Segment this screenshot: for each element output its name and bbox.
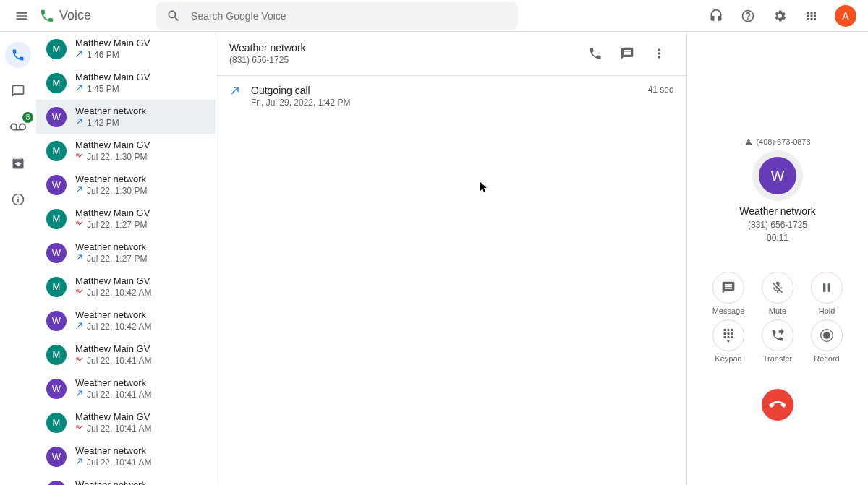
detail-pane: Weather network (831) 656-1725 Outgoing …	[216, 32, 687, 485]
nav-spam[interactable]	[5, 186, 31, 213]
nav-voicemail[interactable]: 8	[5, 114, 31, 140]
message-icon	[721, 280, 736, 295]
contact-name: Weather network	[75, 445, 151, 456]
contact-avatar: M	[46, 413, 67, 433]
contact-name: Matthew Main GV	[75, 38, 150, 48]
call-list-item[interactable]: WWeather networkJul 22, 10:41 AM	[36, 372, 216, 405]
call-contact-name: Weather network	[739, 205, 816, 217]
app-logo: Voice	[39, 8, 91, 24]
outgoing-arrow-icon	[75, 253, 84, 264]
call-list-item[interactable]: WWeather networkJul 22, 1:27 PM	[36, 236, 216, 270]
missed-arrow-icon	[75, 355, 84, 366]
gear-icon	[773, 9, 787, 23]
call-record-row[interactable]: Outgoing call Fri, Jul 29, 2022, 1:42 PM…	[229, 85, 673, 108]
call-duration: 41 sec	[648, 85, 673, 95]
call-list-item[interactable]: WWeather networkJul 22, 10:41 AM	[36, 439, 216, 473]
call-time: Jul 22, 1:30 PM	[87, 186, 147, 196]
info-icon	[11, 192, 25, 207]
call-avatar: W	[759, 157, 796, 194]
contact-avatar: M	[46, 277, 67, 297]
call-list-item[interactable]: MMatthew Main GVJul 22, 10:41 AM	[36, 338, 216, 372]
outgoing-arrow-icon	[75, 83, 84, 94]
contact-avatar: W	[46, 243, 67, 263]
user-avatar[interactable]: A	[835, 5, 856, 27]
search-bar[interactable]	[156, 2, 518, 30]
contact-name: Matthew Main GV	[75, 140, 150, 150]
person-icon	[744, 137, 753, 146]
help-icon	[741, 9, 755, 23]
hold-button[interactable]	[811, 272, 843, 304]
message-label: Message	[712, 306, 745, 315]
call-list-item[interactable]: WWeather networkJul 22, 10:41 AM	[36, 473, 216, 485]
more-vert-icon	[652, 46, 666, 61]
header-actions: A	[703, 3, 856, 29]
nav-calls[interactable]	[5, 42, 31, 68]
mute-button[interactable]	[762, 272, 793, 304]
message-button[interactable]	[712, 272, 744, 304]
search-icon	[166, 9, 181, 23]
call-list-item[interactable]: MMatthew Main GVJul 22, 1:30 PM	[36, 134, 216, 168]
call-list-item[interactable]: WWeather network1:42 PM	[36, 100, 216, 134]
contact-avatar: W	[46, 311, 67, 331]
call-list-item[interactable]: MMatthew Main GV1:45 PM	[36, 66, 216, 100]
hangup-button[interactable]	[762, 389, 793, 421]
call-timer: 00:11	[767, 233, 788, 243]
apps-button[interactable]	[799, 3, 825, 29]
contact-avatar: W	[46, 481, 67, 486]
outgoing-arrow-icon	[75, 117, 84, 128]
call-time: Jul 22, 10:41 AM	[87, 424, 151, 434]
contact-avatar: M	[46, 141, 67, 161]
record-button[interactable]	[811, 319, 843, 351]
call-time: 1:45 PM	[87, 84, 119, 94]
keypad-label: Keypad	[715, 354, 741, 363]
call-list-item[interactable]: MMatthew Main GVJul 22, 10:41 AM	[36, 405, 216, 439]
help-button[interactable]	[735, 3, 761, 29]
contact-name: Matthew Main GV	[75, 343, 151, 354]
call-time: 1:46 PM	[87, 50, 119, 60]
contact-avatar: W	[46, 107, 67, 127]
search-input[interactable]	[191, 10, 508, 22]
call-time: Jul 22, 10:42 AM	[87, 288, 151, 298]
keypad-button[interactable]	[712, 319, 744, 351]
message-icon	[11, 84, 25, 98]
nav-messages[interactable]	[5, 78, 31, 104]
main-menu-button[interactable]	[7, 1, 36, 30]
contact-name: Weather network	[75, 106, 146, 116]
support-button[interactable]	[703, 3, 729, 29]
contact-name: Weather network	[75, 241, 147, 252]
nav-archive[interactable]	[5, 150, 31, 176]
transfer-button[interactable]	[762, 319, 793, 351]
detail-contact-name: Weather network	[229, 42, 306, 53]
call-list[interactable]: MMatthew Main GV1:46 PMMMatthew Main GV1…	[36, 32, 216, 485]
call-time: Jul 22, 10:41 AM	[87, 458, 151, 468]
contact-name: Weather network	[75, 479, 151, 485]
outgoing-arrow-icon	[75, 185, 84, 196]
active-call-panel: (408) 673-0878 W Weather network (831) 6…	[687, 32, 868, 485]
contact-avatar: W	[46, 175, 67, 195]
outgoing-arrow-icon	[229, 85, 241, 98]
transfer-icon	[770, 328, 785, 343]
detail-call-button[interactable]	[581, 39, 610, 68]
settings-button[interactable]	[767, 3, 793, 29]
app-title: Voice	[59, 8, 91, 23]
contact-name: Matthew Main GV	[75, 207, 150, 218]
contact-avatar: M	[46, 345, 67, 365]
call-list-item[interactable]: WWeather networkJul 22, 1:30 PM	[36, 168, 216, 202]
detail-more-button[interactable]	[644, 39, 673, 68]
call-list-item[interactable]: MMatthew Main GVJul 22, 1:27 PM	[36, 202, 216, 236]
pause-icon	[820, 280, 834, 295]
call-list-item[interactable]: MMatthew Main GV1:46 PM	[36, 32, 216, 66]
contact-name: Matthew Main GV	[75, 275, 151, 286]
call-list-item[interactable]: WWeather networkJul 22, 10:42 AM	[36, 304, 216, 338]
call-list-item[interactable]: MMatthew Main GVJul 22, 10:42 AM	[36, 270, 216, 304]
nav-rail: 8	[0, 32, 36, 485]
voicemail-icon	[10, 119, 26, 135]
contact-name: Matthew Main GV	[75, 411, 151, 422]
call-end-icon	[769, 396, 786, 413]
detail-header: Weather network (831) 656-1725	[216, 32, 686, 76]
detail-message-button[interactable]	[613, 39, 642, 68]
dialpad-icon	[721, 328, 736, 343]
header: Voice A	[0, 0, 868, 32]
contact-name: Weather network	[75, 377, 151, 388]
contact-avatar: M	[46, 209, 67, 229]
